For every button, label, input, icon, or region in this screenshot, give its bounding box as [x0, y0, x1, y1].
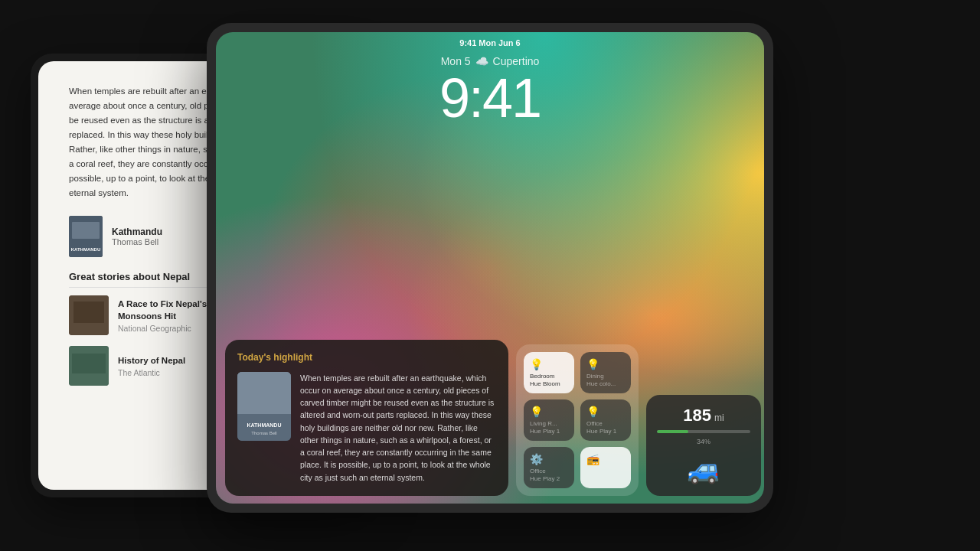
lock-weather-icon: ☁️	[475, 55, 488, 67]
featured-book-title: Kathmandu	[112, 227, 162, 237]
ipad-homescreen: 9:41 Mon Jun 6 Mon 5 ☁️ Cupertino 9:41 T…	[207, 23, 773, 513]
home-control-office2[interactable]: ⚙️ OfficeHue Play 2	[524, 447, 574, 488]
home-control-radio[interactable]: 📻	[580, 447, 631, 488]
office2-icon: ⚙️	[530, 453, 543, 465]
office1-bulb-icon: 💡	[586, 406, 599, 418]
lock-time: 9:41	[216, 70, 764, 126]
widget-content-text: When temples are rebuilt after an earthq…	[300, 372, 496, 484]
car-charge-percent: 34%	[697, 438, 710, 445]
car-range-display: 185 mi	[683, 406, 724, 425]
svg-text:KATHMANDU: KATHMANDU	[247, 422, 282, 428]
office2-label: OfficeHue Play 2	[530, 468, 560, 482]
widget-home-controls[interactable]: 💡 BedroomHue Bloom 💡 DiningHue colo... 💡…	[516, 344, 639, 496]
status-bar: 9:41 Mon Jun 6	[216, 38, 764, 47]
home-control-office1[interactable]: 💡 OfficeHue Play 1	[580, 399, 631, 441]
dining-bulb-icon: 💡	[586, 358, 599, 370]
story-title-2: History of Nepal	[118, 354, 185, 367]
living-label: Living R...Hue Play 1	[530, 420, 560, 435]
widget-excerpt: When temples are rebuilt after an earthq…	[300, 372, 496, 484]
car-charge-bar	[657, 430, 750, 433]
svg-rect-8	[237, 372, 291, 414]
scene: When temples are rebuilt after an earthq…	[31, 23, 949, 528]
living-bulb-icon: 💡	[530, 406, 543, 418]
bedroom-label: BedroomHue Bloom	[530, 373, 560, 387]
car-distance-unit: mi	[714, 412, 724, 423]
homescreen: 9:41 Mon Jun 6 Mon 5 ☁️ Cupertino 9:41 T…	[216, 32, 764, 504]
status-time-date: 9:41 Mon Jun 6	[459, 38, 520, 47]
car-charge-fill	[657, 430, 688, 433]
home-control-dining[interactable]: 💡 DiningHue colo...	[580, 352, 631, 393]
widget-highlight[interactable]: Today's highlight KATHMANDU Thomas Bell	[225, 340, 508, 496]
featured-book-thumb: KATHMANDU	[69, 216, 103, 257]
svg-rect-4	[74, 302, 104, 323]
story-thumb-2	[69, 346, 109, 386]
lock-location: Cupertino	[493, 55, 540, 67]
story-thumb-1	[69, 295, 109, 335]
widget-highlight-body: KATHMANDU Thomas Bell When temples are r…	[237, 372, 496, 484]
car-distance: 185	[683, 406, 711, 425]
office1-label: OfficeHue Play 1	[586, 420, 616, 435]
home-controls-grid: 💡 BedroomHue Bloom 💡 DiningHue colo... 💡…	[524, 352, 631, 488]
story-info-2: History of Nepal The Atlantic	[118, 354, 185, 377]
lock-date-text: Mon 5	[441, 55, 471, 67]
bedroom-bulb-icon: 💡	[530, 358, 543, 370]
widgets-area: Today's highlight KATHMANDU Thomas Bell	[225, 252, 755, 496]
lock-date-line: Mon 5 ☁️ Cupertino	[216, 55, 764, 67]
featured-book-author: Thomas Bell	[112, 237, 162, 246]
widget-book-cover: KATHMANDU Thomas Bell	[237, 372, 291, 441]
story-source-2: The Atlantic	[118, 368, 185, 377]
widget-car[interactable]: 185 mi 34% 🚙	[646, 395, 761, 496]
home-control-living[interactable]: 💡 Living R...Hue Play 1	[524, 399, 574, 441]
svg-rect-1	[72, 222, 100, 239]
featured-book-info: Kathmandu Thomas Bell	[112, 227, 162, 246]
svg-rect-6	[72, 354, 106, 373]
dining-label: DiningHue colo...	[586, 373, 616, 387]
widget-highlight-title: Today's highlight	[237, 352, 496, 363]
lock-date-time: Mon 5 ☁️ Cupertino 9:41	[216, 55, 764, 126]
car-vehicle-icon: 🚙	[687, 453, 721, 485]
radio-icon: 📻	[586, 453, 599, 465]
svg-text:KATHMANDU: KATHMANDU	[71, 247, 101, 252]
svg-text:Thomas Bell: Thomas Bell	[251, 431, 276, 435]
home-control-bedroom[interactable]: 💡 BedroomHue Bloom	[524, 352, 574, 393]
